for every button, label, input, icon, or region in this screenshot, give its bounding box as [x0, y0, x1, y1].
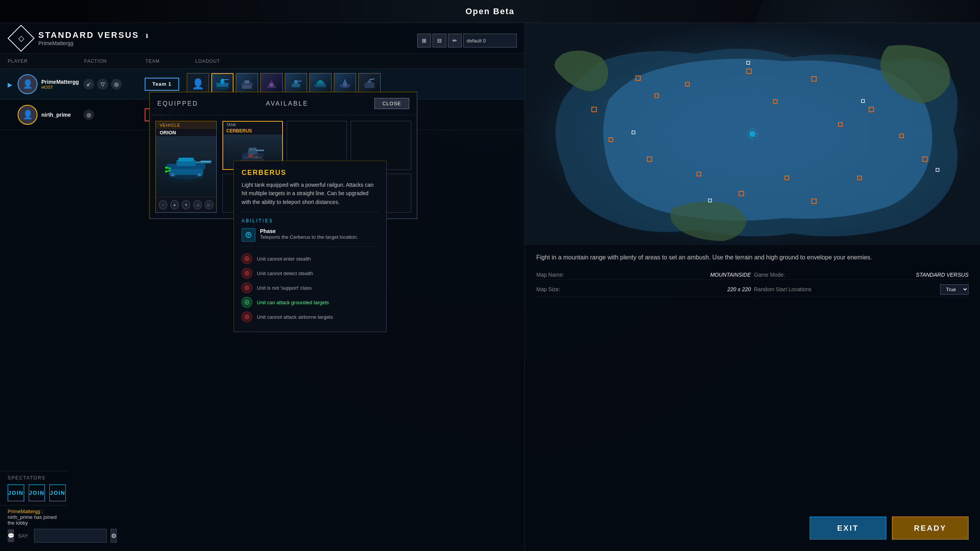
svg-rect-16 [317, 82, 324, 85]
map-size-label: Map Size: [536, 286, 560, 292]
chat-log: PrimeMattergg : nirth_prime has joined t… [8, 509, 61, 526]
trait-row-4: Unit can attack grounded targets [242, 295, 379, 310]
card-icon-circle[interactable]: ○ [159, 200, 167, 209]
svg-rect-31 [201, 161, 211, 162]
col-faction: FACTION [84, 59, 145, 64]
random-start-label: Random Start Locations [754, 286, 812, 292]
map-svg [525, 23, 980, 245]
spectators-title: SPECTATORS [8, 475, 61, 481]
trait-icon-5 [242, 311, 252, 322]
view-btn-list[interactable]: ⊟ [433, 34, 446, 47]
trait-row-1: Unit cannot enter stealth [242, 251, 379, 266]
player-active-arrow: ▶ [8, 81, 14, 87]
random-start-row: Random Start Locations True False [754, 283, 969, 297]
join-btn-2[interactable]: JOIN [29, 484, 45, 501]
trait-icon-1 [242, 253, 252, 264]
game-title-block: STANDARD VERSUS ℹ PrimeMattergg [38, 30, 149, 46]
svg-rect-21 [364, 83, 374, 88]
svg-point-13 [294, 80, 298, 84]
map-name-row: Map Name: MOUNTAINSIDE [536, 270, 751, 280]
top-bar: Open Beta [0, 0, 980, 23]
team-badge-1[interactable]: Team 1 [145, 78, 179, 91]
ability-phase-row: Phase Teleports the Cerberus to the targ… [242, 228, 379, 247]
ability-name: Phase [260, 228, 358, 234]
settings-icon: ⚙ [111, 532, 116, 540]
svg-marker-22 [367, 80, 372, 83]
tooltip-description: Light tank equipped with a powerful rail… [242, 181, 379, 212]
view-input[interactable] [463, 34, 517, 47]
map-mode-label: Game Mode: [754, 272, 785, 278]
svg-point-35 [165, 170, 167, 173]
trait-text-4: Unit can attack grounded targets [257, 300, 329, 305]
view-btn-edit[interactable]: ✏ [448, 34, 462, 47]
card-icon-back[interactable]: ◁ [193, 200, 202, 209]
trait-text-1: Unit cannot enter stealth [257, 256, 311, 262]
exit-button[interactable]: EXIT [810, 517, 886, 540]
right-panel: Fight in a mountain range with plenty of… [524, 23, 980, 551]
svg-line-23 [369, 79, 374, 80]
game-host: PrimeMattergg [38, 40, 149, 46]
equipped-label: EQUIPPED [157, 100, 266, 107]
faction-icon-2a: ◎ [83, 109, 94, 120]
svg-point-39 [198, 173, 201, 176]
trait-icon-2 [242, 268, 252, 279]
col-loadout: LOADOUT [195, 59, 517, 64]
chat-avatar: 💬 [8, 529, 14, 542]
player-inactive-arrow: ▶ [8, 112, 14, 118]
map-size-row: Map Size: 220 x 220 [536, 283, 751, 297]
player-name-2: nirth_prime [41, 112, 83, 118]
map-description: Fight in a mountain range with plenty of… [536, 253, 969, 262]
trait-text-2: Unit cannot detect stealth [257, 271, 313, 276]
ready-button[interactable]: READY [892, 517, 969, 540]
view-btn-grid[interactable]: ⊞ [417, 34, 431, 47]
svg-rect-19 [343, 82, 347, 86]
close-button[interactable]: CLOSE [374, 98, 409, 109]
chat-section: PrimeMattergg : nirth_prime has joined t… [0, 505, 69, 551]
map-info: Fight in a mountain range with plenty of… [525, 245, 980, 304]
trait-icon-4 [242, 297, 252, 308]
join-btn-3[interactable]: JOIN [49, 484, 66, 501]
spectator-joins: JOIN JOIN JOIN [8, 484, 61, 501]
col-team: TEAM [145, 59, 195, 64]
player-faction-1: ↙ ▽ ◎ [83, 79, 145, 90]
player-name-1: PrimeMattergg [41, 79, 83, 85]
player-avatar-2: 👤 [18, 105, 38, 125]
random-start-select[interactable]: True False [940, 284, 969, 295]
say-label: SAY: [18, 533, 29, 539]
action-buttons: EXIT READY [810, 517, 969, 540]
svg-point-9 [245, 80, 248, 83]
spectators-section: SPECTATORS JOIN JOIN JOIN [0, 471, 69, 505]
player-info-1: PrimeMattergg HOST [41, 79, 83, 90]
trait-text-5: Unit cannot attack airborne targets [257, 314, 333, 320]
map-name-value: MOUNTAINSIDE [710, 272, 751, 278]
player-rank-1: HOST [41, 85, 83, 90]
equipped-card-type: VEHICLE [156, 121, 216, 129]
svg-point-49 [255, 156, 258, 158]
svg-rect-29 [178, 158, 194, 161]
player-info-2: nirth_prime [41, 112, 83, 118]
column-headers: PLAYER FACTION TEAM LOADOUT [0, 54, 524, 69]
svg-point-34 [165, 166, 167, 169]
trait-row-3: Unit is not 'support' class [242, 280, 379, 295]
chat-settings-btn[interactable]: ⚙ [111, 529, 117, 543]
trait-text-3: Unit is not 'support' class [257, 285, 312, 291]
join-btn-1[interactable]: JOIN [8, 484, 24, 501]
logo-icon: ◇ [8, 24, 35, 52]
card-icon-row: ○ ● ✦ ◁ ▷ [156, 197, 216, 212]
equipped-card: VEHICLE ORION [155, 121, 217, 213]
map-container [525, 23, 980, 245]
map-background [525, 23, 980, 245]
trait-row-2: Unit cannot detect stealth [242, 266, 379, 280]
chat-input[interactable] [34, 529, 107, 543]
svg-rect-4 [221, 79, 224, 81]
info-icon: ℹ [146, 33, 149, 39]
svg-rect-46 [256, 150, 264, 151]
cerberus-tooltip: CERBERUS Light tank equipped with a powe… [234, 161, 387, 332]
cerberus-card-type: TANK [223, 122, 282, 128]
card-icon-star[interactable]: ✦ [182, 200, 190, 209]
card-icon-dot[interactable]: ● [170, 200, 179, 209]
phase-icon [242, 228, 255, 242]
player-faction-2: ◎ [83, 109, 145, 120]
card-icon-fwd[interactable]: ▷ [205, 200, 213, 209]
map-mode-value: STANDARD VERSUS [916, 272, 969, 278]
